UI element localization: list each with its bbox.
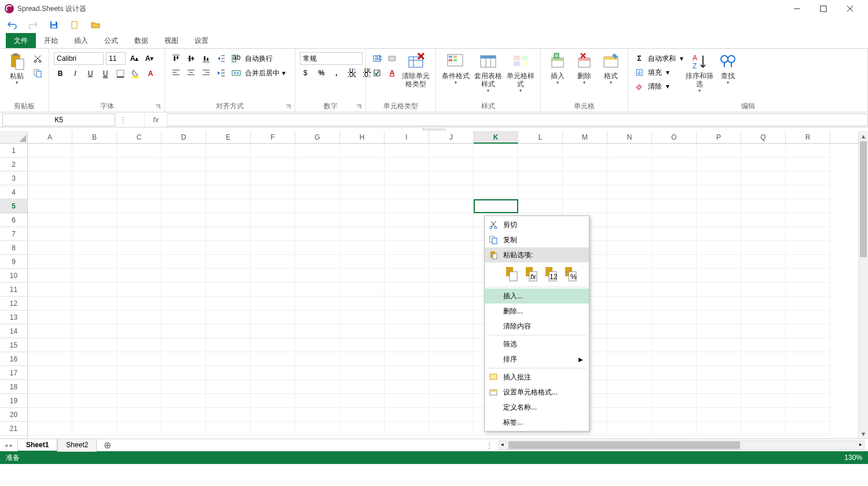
paste-formatting-button[interactable]: % — [563, 266, 577, 282]
underline-button[interactable]: U — [84, 67, 97, 80]
ctx-filter[interactable]: 筛选 — [485, 337, 589, 352]
row-header[interactable]: 6 — [0, 213, 27, 227]
add-sheet-button[interactable]: ⊕ — [97, 440, 118, 451]
column-header[interactable]: H — [340, 131, 384, 143]
celltype-checkbox-button[interactable] — [371, 67, 383, 79]
row-header[interactable]: 13 — [0, 310, 27, 324]
clear-celltype-button[interactable]: 清除单元格类型 — [400, 51, 432, 88]
column-header[interactable]: F — [251, 131, 295, 143]
column-header[interactable]: P — [697, 131, 741, 143]
percent-button[interactable]: % — [315, 67, 328, 79]
find-button[interactable]: 查找▾ — [715, 51, 741, 85]
copy-button[interactable] — [31, 67, 44, 79]
column-header[interactable]: Q — [741, 131, 786, 143]
column-header[interactable]: A — [28, 131, 72, 143]
comma-button[interactable]: , — [330, 67, 343, 79]
vertical-scrollbar[interactable]: ▴ ▾ — [858, 131, 868, 439]
ctx-clear-contents[interactable]: 清除内容 — [485, 319, 589, 334]
row-header[interactable]: 15 — [0, 338, 27, 352]
maximize-button[interactable] — [810, 0, 837, 17]
wrap-text-button[interactable]: ab — [230, 52, 243, 65]
increase-decimal-button[interactable]: .0.00 — [345, 67, 358, 79]
number-dialog-launcher[interactable] — [356, 104, 363, 111]
hscroll-thumb[interactable] — [508, 441, 740, 449]
tab-data[interactable]: 数据 — [126, 33, 156, 48]
fill-button[interactable]: 填充 ▾ — [633, 66, 683, 79]
font-color-button[interactable]: A — [144, 67, 157, 80]
row-header[interactable]: 21 — [0, 422, 27, 436]
undo-button[interactable] — [6, 19, 19, 31]
scroll-right-icon[interactable]: ▸ — [859, 441, 862, 447]
paste-all-button[interactable] — [504, 266, 518, 282]
conditional-format-button[interactable]: 条件格式▾ — [440, 51, 472, 85]
new-button[interactable] — [68, 19, 81, 31]
fill-color-button[interactable] — [129, 67, 142, 80]
tab-view[interactable]: 视图 — [156, 33, 186, 48]
minimize-button[interactable] — [783, 0, 810, 17]
cut-button[interactable] — [31, 52, 44, 65]
ctx-format-cells[interactable]: 设置单元格格式... — [485, 385, 589, 400]
sheet-nav-next[interactable]: ▸ — [10, 442, 13, 448]
dbl-underline-button[interactable]: U — [99, 67, 112, 80]
column-header[interactable]: N — [607, 131, 652, 143]
row-header[interactable]: 4 — [0, 185, 27, 199]
ctx-cut[interactable]: 剪切 — [485, 217, 589, 232]
ctx-define-name[interactable]: 定义名称... — [485, 400, 589, 415]
row-header[interactable]: 3 — [0, 171, 27, 185]
column-header[interactable]: K — [474, 131, 518, 144]
format-cells-button[interactable]: 格式▾ — [598, 51, 624, 85]
scroll-left-icon[interactable]: ◂ — [501, 441, 504, 447]
border-button[interactable] — [114, 67, 127, 80]
zoom-level[interactable]: 130% — [844, 454, 862, 462]
ctx-paste-options[interactable]: 粘贴选项: — [485, 247, 589, 262]
paste-values-button[interactable]: 123 — [544, 266, 558, 282]
tab-home[interactable]: 开始 — [36, 33, 66, 48]
row-header[interactable]: 2 — [0, 158, 27, 171]
save-button[interactable] — [47, 19, 60, 31]
row-header[interactable]: 1 — [0, 144, 27, 158]
tab-formula[interactable]: 公式 — [96, 33, 126, 48]
scroll-down-icon[interactable]: ▾ — [859, 429, 868, 439]
row-header[interactable]: 8 — [0, 241, 27, 255]
hscroll-splitter[interactable]: ⋮ — [484, 441, 495, 450]
open-button[interactable] — [89, 19, 102, 31]
name-box[interactable]: K5 — [2, 114, 115, 126]
paste-formulas-button[interactable]: fx — [524, 266, 538, 282]
align-center-button[interactable] — [185, 67, 197, 79]
bold-button[interactable]: B — [54, 67, 67, 80]
horizontal-scrollbar[interactable]: ◂ ▸ — [499, 440, 865, 450]
number-format-combo[interactable] — [300, 52, 362, 65]
tab-settings[interactable]: 设置 — [186, 33, 217, 48]
italic-button[interactable]: I — [69, 67, 82, 80]
row-header[interactable]: 7 — [0, 227, 27, 241]
row-header[interactable]: 12 — [0, 297, 27, 310]
alignment-dialog-launcher[interactable] — [285, 104, 292, 111]
row-header[interactable]: 20 — [0, 408, 27, 422]
ctx-sort[interactable]: 排序▶ — [485, 352, 589, 367]
ctx-delete[interactable]: 删除... — [485, 304, 589, 319]
decrease-indent-button[interactable] — [215, 52, 228, 65]
increase-font-button[interactable]: A▴ — [128, 52, 141, 65]
font-size-combo[interactable] — [106, 52, 126, 65]
sheet-tab[interactable]: Sheet2 — [57, 439, 97, 452]
celltype-button-button[interactable] — [386, 52, 398, 65]
scroll-up-icon[interactable]: ▴ — [859, 131, 868, 141]
row-header[interactable]: 10 — [0, 269, 27, 283]
column-header[interactable]: L — [518, 131, 563, 143]
row-header[interactable]: 9 — [0, 255, 27, 269]
delete-cells-button[interactable]: 删除▾ — [571, 51, 598, 85]
row-header[interactable]: 5 — [0, 199, 27, 213]
currency-button[interactable]: $ — [300, 67, 313, 79]
row-header[interactable]: 14 — [0, 324, 27, 338]
row-header[interactable]: 17 — [0, 366, 27, 380]
align-bottom-button[interactable] — [200, 52, 213, 65]
tab-file[interactable]: 文件 — [6, 33, 36, 48]
paste-button[interactable]: 粘贴 ▾ — [3, 51, 30, 85]
font-name-combo[interactable] — [54, 52, 104, 65]
align-right-button[interactable] — [200, 67, 213, 79]
tab-insert[interactable]: 插入 — [66, 33, 96, 48]
celltype-hyperlink-button[interactable]: A — [386, 67, 398, 79]
sheet-nav-prev[interactable]: ◂ — [5, 442, 8, 448]
row-header[interactable]: 16 — [0, 352, 27, 366]
column-header[interactable]: J — [429, 131, 474, 143]
